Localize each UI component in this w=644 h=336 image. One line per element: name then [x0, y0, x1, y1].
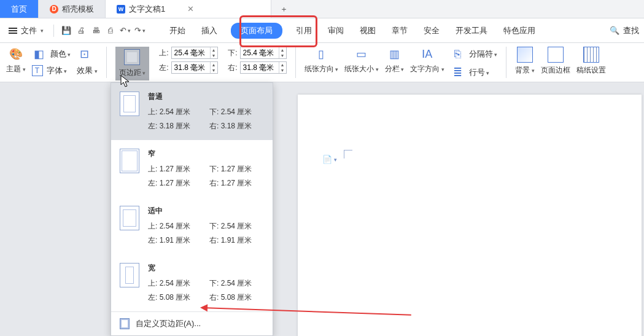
- page-corner-mark: [344, 150, 352, 158]
- margins-button[interactable]: 页边距: [115, 47, 149, 80]
- margin-top-label: 上:: [155, 48, 169, 58]
- breaks-icon: ⎘: [451, 47, 465, 61]
- menu-section[interactable]: 章节: [389, 23, 410, 39]
- margins-preset-thumb: [120, 92, 139, 116]
- textdir-icon: ⅠA: [420, 47, 435, 61]
- menu-devtools[interactable]: 开发工具: [453, 23, 490, 39]
- menu-items: 开始 插入 页面布局 引用 审阅 视图 章节 安全 开发工具 特色应用: [167, 23, 538, 39]
- menu-safety[interactable]: 安全: [421, 23, 442, 39]
- divider: [506, 47, 506, 78]
- margins-preset-title: 适中: [148, 206, 271, 216]
- menu-references[interactable]: 引用: [293, 23, 314, 39]
- margins-custom-item[interactable]: 自定义页边距(A)...: [111, 311, 273, 335]
- tab-bar: 首页 D 稻壳模板 W 文字文稿1 ✕ ＋: [0, 0, 644, 18]
- effect-extra-icon: ⊡: [77, 47, 91, 61]
- margins-preset-thumb: [120, 263, 139, 287]
- pageborder-button[interactable]: 页面边框: [541, 47, 570, 76]
- menu-bar: 文件 ▾ 💾 🖨 🖶 ⎙ ↶ ↷ 开始 插入 页面布局 引用 审阅 视图 章节 …: [0, 18, 644, 43]
- find-label: 查找: [623, 25, 639, 36]
- undo-icon[interactable]: ↶: [119, 25, 131, 37]
- margin-right-label: 右:: [224, 63, 238, 73]
- margins-preset-title: 窄: [148, 149, 271, 159]
- chevron-down-icon: ▾: [41, 28, 44, 34]
- color-button[interactable]: ◧颜色: [32, 47, 71, 61]
- margins-spinners-right: 下: ▲▼ 右: ▲▼: [224, 47, 287, 74]
- background-button[interactable]: 背景: [515, 47, 535, 76]
- margins-preset-0[interactable]: 普通上: 2.54 厘米下: 2.54 厘米左: 3.18 厘米右: 3.18 …: [111, 83, 273, 140]
- menu-pagelayout[interactable]: 页面布局: [231, 23, 282, 39]
- papersize-icon: ▭: [354, 47, 369, 61]
- linenum-button[interactable]: ≣行号: [451, 65, 498, 80]
- textdir-button[interactable]: ⅠA 文字方向: [410, 47, 444, 74]
- background-icon: [517, 47, 533, 63]
- document-page[interactable]: [298, 95, 642, 336]
- effect-button[interactable]: 效果: [77, 65, 98, 76]
- ribbon: 🎨 主题 ◧颜色 T字体 ⊡ 效果 页边距 上: ▲▼ 左: ▲▼: [0, 43, 644, 82]
- margin-left-input[interactable]: ▲▼: [171, 61, 218, 74]
- tab-doc-label: 文字文稿1: [129, 4, 165, 15]
- file-menu-label: 文件: [21, 25, 37, 36]
- margins-preset-3[interactable]: 宽上: 2.54 厘米下: 2.54 厘米左: 5.08 厘米右: 5.08 厘…: [111, 254, 273, 311]
- divider: [106, 47, 107, 78]
- orientation-button[interactable]: ▯ 纸张方向: [305, 47, 339, 74]
- divider: [53, 25, 54, 37]
- effect-extra[interactable]: ⊡: [77, 47, 98, 61]
- margins-preset-thumb: [120, 206, 139, 230]
- menu-review[interactable]: 审阅: [325, 23, 346, 39]
- margins-preset-1[interactable]: 窄上: 1.27 厘米下: 1.27 厘米左: 1.27 厘米右: 1.27 厘…: [111, 140, 273, 197]
- theme-icon: 🎨: [9, 47, 23, 61]
- daoke-icon: D: [50, 5, 58, 14]
- color-icon: ◧: [32, 47, 47, 61]
- print-preview-icon[interactable]: 🖶: [90, 25, 102, 37]
- menu-special[interactable]: 特色应用: [501, 23, 538, 39]
- save-icon[interactable]: 💾: [60, 25, 72, 37]
- margins-preset-2[interactable]: 适中上: 2.54 厘米下: 2.54 厘米左: 1.91 厘米右: 1.91 …: [111, 197, 273, 254]
- margin-right-input[interactable]: ▲▼: [240, 61, 287, 74]
- margin-bottom-input[interactable]: ▲▼: [240, 47, 287, 59]
- manuscript-icon: [583, 47, 599, 63]
- margin-bottom-label: 下:: [224, 48, 238, 58]
- menu-insert[interactable]: 插入: [199, 23, 220, 39]
- divider: [295, 47, 296, 78]
- theme-label: 主题: [6, 64, 26, 74]
- manuscript-button[interactable]: 稿纸设置: [576, 47, 606, 76]
- margin-left-label: 左:: [155, 63, 169, 73]
- margins-custom-label: 自定义页边距(A)...: [136, 318, 201, 329]
- search-icon: 🔍: [610, 26, 619, 35]
- margins-label: 页边距: [119, 68, 145, 78]
- orientation-icon: ▯: [314, 47, 328, 61]
- breaks-button[interactable]: ⎘分隔符: [451, 47, 498, 61]
- redo-icon[interactable]: ↷: [134, 25, 146, 37]
- papersize-button[interactable]: ▭ 纸张大小: [344, 47, 379, 74]
- columns-icon: ▥: [387, 47, 402, 61]
- quick-print-icon[interactable]: ⎙: [104, 25, 117, 37]
- tab-home-label: 首页: [11, 4, 27, 15]
- find-button[interactable]: 🔍 查找: [610, 25, 639, 36]
- margins-spinners-left: 上: ▲▼ 左: ▲▼: [155, 47, 218, 74]
- tab-home[interactable]: 首页: [0, 0, 39, 18]
- tab-daoke-label: 稻壳模板: [62, 4, 94, 15]
- menu-start[interactable]: 开始: [167, 23, 188, 39]
- tab-daoke[interactable]: D 稻壳模板: [39, 0, 106, 18]
- print-icon[interactable]: 🖨: [75, 25, 87, 37]
- font-button[interactable]: T字体: [32, 65, 71, 76]
- tab-add-button[interactable]: ＋: [271, 0, 296, 18]
- hamburger-icon: [9, 28, 17, 34]
- wps-doc-icon: W: [117, 5, 125, 14]
- columns-button[interactable]: ▥ 分栏: [385, 47, 405, 74]
- pageborder-icon: [548, 47, 564, 63]
- margin-top-input[interactable]: ▲▼: [171, 47, 218, 59]
- file-menu[interactable]: 文件 ▾: [5, 25, 47, 36]
- margins-dropdown: 普通上: 2.54 厘米下: 2.54 厘米左: 3.18 厘米右: 3.18 …: [111, 82, 273, 336]
- font-icon: T: [32, 65, 43, 76]
- margins-preset-title: 宽: [148, 263, 271, 273]
- theme-group[interactable]: 🎨 主题: [6, 47, 26, 74]
- workspace: 📄 ▾: [0, 82, 644, 336]
- menu-view[interactable]: 视图: [357, 23, 378, 39]
- page-options-floating[interactable]: 📄 ▾: [322, 155, 337, 164]
- tab-doc[interactable]: W 文字文稿1 ✕: [106, 0, 271, 18]
- close-icon[interactable]: ✕: [187, 4, 194, 14]
- margins-preset-thumb: [120, 149, 139, 173]
- linenum-icon: ≣: [451, 65, 465, 80]
- margins-custom-icon: [120, 318, 130, 329]
